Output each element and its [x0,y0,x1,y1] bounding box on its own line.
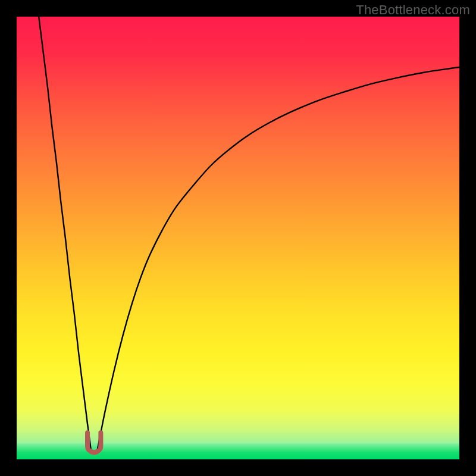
green-band [17,443,459,459]
plot-area [17,17,459,459]
plot-svg [17,17,459,459]
watermark-text: TheBottleneck.com [356,2,470,18]
chart-frame: TheBottleneck.com [0,0,476,476]
svg-rect-0 [17,443,459,459]
